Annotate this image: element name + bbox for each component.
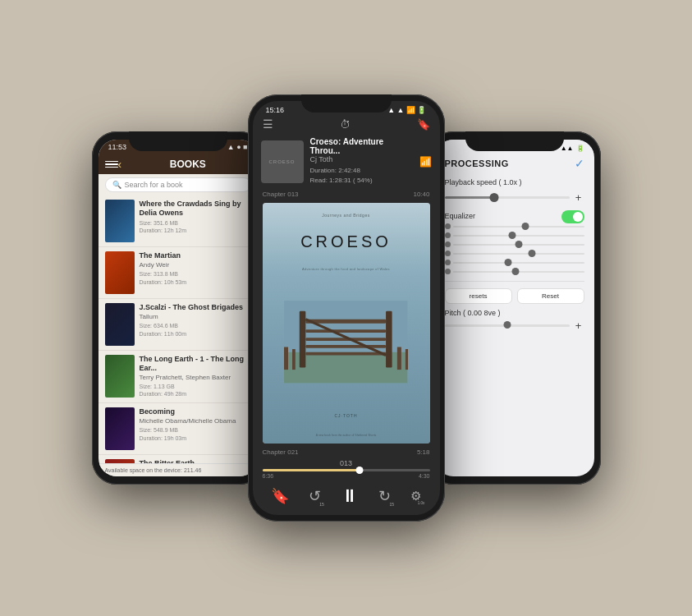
equalizer-button[interactable]: ⚙1.0x xyxy=(410,489,421,503)
playback-slider[interactable] xyxy=(445,196,570,199)
right-notch xyxy=(465,131,564,151)
back-button[interactable]: ‹ xyxy=(118,158,122,171)
mid-status-icons: ▲ ▲ 📶 🔋 xyxy=(387,106,426,114)
eq-sliders xyxy=(445,223,584,274)
eq-track-6[interactable] xyxy=(453,271,584,273)
right-header: PROCESSING ✓ xyxy=(435,154,594,175)
left-status-icons: ▲ ● ■ xyxy=(227,143,248,151)
book-title: The Martian xyxy=(140,251,251,260)
signal-icon: 📶 xyxy=(419,156,432,168)
pitch-slider[interactable] xyxy=(445,324,570,327)
bookmark-control-button[interactable]: 🔖 xyxy=(271,487,289,505)
right-screen: ▲▲ 🔋 PROCESSING ✓ Playback speed ( 1.0x … xyxy=(435,140,594,476)
search-input-container[interactable]: 🔍 Search for a book xyxy=(105,177,251,192)
book-title: Becoming xyxy=(140,407,251,416)
storage-bar: Available space on the device: 211.46 xyxy=(99,463,258,476)
svg-rect-11 xyxy=(292,349,296,370)
left-header: ‹ BOOKS xyxy=(99,154,258,174)
svg-rect-12 xyxy=(397,347,401,370)
wifi-icon: ▲▲ xyxy=(561,145,574,152)
mid-phone: 15:16 ▲ ▲ 📶 🔋 ☰ ⏱ 🔖 CROESO Croeso: Adven… xyxy=(248,94,445,522)
svg-rect-3 xyxy=(386,311,392,368)
book-info: J.Scalzi - The Ghost Brigades Tallum Siz… xyxy=(140,303,251,338)
svg-rect-5 xyxy=(306,329,387,333)
eq-track-3[interactable] xyxy=(453,244,584,246)
svg-rect-2 xyxy=(300,311,306,368)
list-item[interactable]: The Bitter Earth A.R. Shaw Size: 151.6 M… xyxy=(99,455,258,463)
player-controls: 🔖 ↺15 ⏸ ↻15 ⚙1.0x xyxy=(253,480,440,515)
playback-row: Playback speed ( 1.0x ) xyxy=(445,178,584,186)
mid-status-time: 15:16 xyxy=(266,106,285,114)
list-item[interactable]: J.Scalzi - The Ghost Brigades Tallum Siz… xyxy=(99,299,258,351)
eq-track-2[interactable] xyxy=(453,235,584,237)
processing-title: PROCESSING xyxy=(445,159,509,168)
book-author: Tallum xyxy=(140,313,251,320)
equalizer-section: Equalizer xyxy=(445,210,584,274)
equalizer-toggle[interactable] xyxy=(561,210,584,223)
svg-rect-10 xyxy=(284,347,288,370)
svg-rect-8 xyxy=(306,352,387,356)
list-item[interactable]: The Martian Andy Weir Size: 313.8 MB Dur… xyxy=(99,247,258,299)
mid-book-thumbnail: CROESO xyxy=(261,140,304,183)
svg-rect-4 xyxy=(306,319,387,324)
list-item[interactable]: Becoming Michelle Obama/Michelle Obama S… xyxy=(99,403,258,455)
chapter-label-bottom: Chapter 021 5:18 xyxy=(253,447,440,457)
svg-rect-13 xyxy=(406,349,408,370)
eq-header-row: Equalizer xyxy=(445,210,584,223)
book-meta: Size: 548.9 MB Duration: 19h 03m xyxy=(140,426,251,443)
check-button[interactable]: ✓ xyxy=(575,157,584,170)
eq-track-1[interactable] xyxy=(453,226,584,228)
pitch-slider-row: + xyxy=(445,319,584,332)
book-cover-main: Journeys and Bridges CROESO Adventure th… xyxy=(263,203,430,444)
book-title: Where the Crawdads Sing by Delia Owens xyxy=(140,200,251,218)
reset-button[interactable]: Reset xyxy=(517,288,584,304)
book-title: The Long Earth - 1 - The Long Ear... xyxy=(140,355,251,373)
book-cover-becoming xyxy=(105,407,135,450)
book-meta: Size: 634.6 MB Duration: 11h 00m xyxy=(140,322,251,338)
right-phone: ▲▲ 🔋 PROCESSING ✓ Playback speed ( 1.0x … xyxy=(428,131,601,485)
rewind-button[interactable]: ↺15 xyxy=(309,487,321,505)
presets-row: resets Reset xyxy=(445,288,584,304)
mid-book-details: Croeso: Adventure Throu... Cj Toth Durat… xyxy=(310,137,413,186)
eq-dot-5 xyxy=(445,260,451,265)
playback-plus-icon[interactable]: + xyxy=(573,191,584,204)
progress-thumb xyxy=(355,467,363,474)
list-item[interactable]: The Long Earth - 1 - The Long Ear... Ter… xyxy=(99,351,258,403)
bookmark-icon[interactable]: 🔖 xyxy=(417,118,430,131)
left-phone: 11:53 ▲ ● ■ ‹ BOOKS 🔍 Search for a book … xyxy=(92,131,264,485)
eq-track-5[interactable] xyxy=(453,262,584,264)
book-meta: Size: 313.8 MB Duration: 10h 53m xyxy=(140,270,251,287)
list-item[interactable]: Where the Crawdads Sing by Delia Owens S… xyxy=(99,195,258,247)
book-author: Terry Pratchett, Stephen Baxter xyxy=(140,374,251,381)
croeso-cover: Journeys and Bridges CROESO Adventure th… xyxy=(263,203,430,444)
pitch-plus-icon[interactable]: + xyxy=(573,319,584,332)
eq-band-2 xyxy=(445,232,584,238)
croeso-subtitle: Adventure through the food and landscape… xyxy=(302,267,390,271)
clock-icon[interactable]: ⏱ xyxy=(340,118,351,131)
pitch-label: Pitch ( 0.00 8ve ) xyxy=(445,309,584,317)
chapter-label-top: Chapter 013 10:40 xyxy=(253,189,440,200)
book-list: Where the Crawdads Sing by Delia Owens S… xyxy=(99,195,258,463)
mid-book-title: Croeso: Adventure Throu... xyxy=(310,137,413,155)
left-screen: 11:53 ▲ ● ■ ‹ BOOKS 🔍 Search for a book … xyxy=(99,140,258,476)
pause-button[interactable]: ⏸ xyxy=(341,485,359,507)
menu-button[interactable]: ☰ xyxy=(263,117,273,131)
divider xyxy=(445,281,584,282)
book-title: J.Scalzi - The Ghost Brigades xyxy=(140,303,251,312)
forward-button[interactable]: ↻15 xyxy=(378,487,391,505)
presets-button[interactable]: resets xyxy=(445,288,512,304)
eq-dot-1 xyxy=(445,223,451,229)
book-cover-martian xyxy=(105,251,135,294)
eq-band-3 xyxy=(445,241,584,247)
eq-track-4[interactable] xyxy=(453,253,584,255)
pitch-section: Pitch ( 0.00 8ve ) + xyxy=(445,309,584,332)
mid-notch xyxy=(301,94,392,113)
equalizer-label: Equalizer xyxy=(445,212,476,220)
playback-slider-row: + xyxy=(445,191,584,204)
menu-icon[interactable] xyxy=(105,161,118,168)
progress-track[interactable] xyxy=(263,469,430,471)
book-info: Where the Crawdads Sing by Delia Owens S… xyxy=(140,200,251,235)
eq-dot-2 xyxy=(445,232,451,238)
progress-times: 6:36 4:30 xyxy=(263,473,430,479)
books-title: BOOKS xyxy=(125,159,250,170)
